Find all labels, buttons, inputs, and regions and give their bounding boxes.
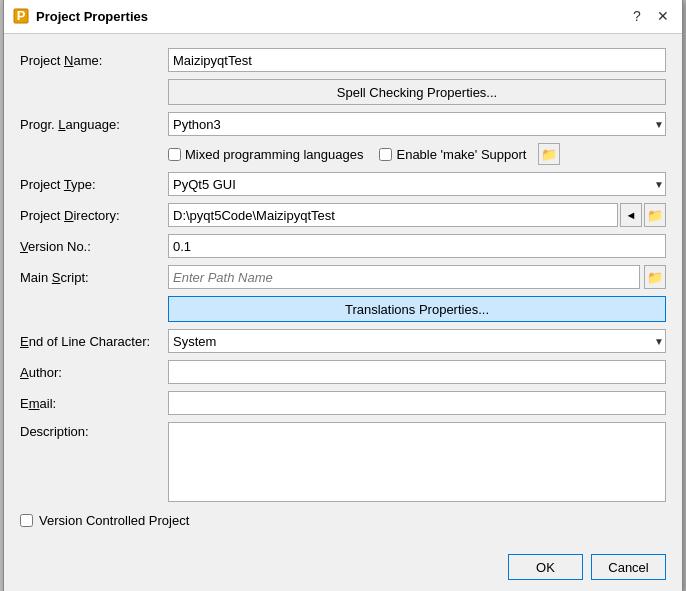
end-of-line-label: End of Line Character: [20, 334, 160, 349]
enable-make-label: Enable 'make' Support [396, 147, 526, 162]
main-script-input-group: 📁 [168, 265, 666, 289]
main-script-label: Main Script: [20, 270, 160, 285]
author-row: Author: [20, 360, 666, 384]
version-no-row: Version No.: [20, 234, 666, 258]
project-type-select[interactable]: PyQt5 GUI PyQt4 GUI Console [168, 172, 666, 196]
project-properties-dialog: P Project Properties ? ✕ Project Name: S… [3, 0, 683, 591]
prog-lang-label: Progr. Language: [20, 117, 160, 132]
make-folder-icon: 📁 [541, 147, 557, 162]
dialog-body: Project Name: Spell Checking Properties.… [4, 34, 682, 542]
version-controlled-label: Version Controlled Project [39, 513, 189, 528]
description-textarea[interactable] [168, 422, 666, 502]
version-no-input[interactable] [168, 234, 666, 258]
mixed-programming-checkbox[interactable] [168, 148, 181, 161]
version-controlled-checkbox[interactable] [20, 514, 33, 527]
spell-check-row: Spell Checking Properties... [20, 79, 666, 105]
help-button[interactable]: ? [626, 5, 648, 27]
svg-text:P: P [17, 8, 26, 23]
project-dir-input[interactable] [168, 203, 618, 227]
project-dir-row: Project Directory: ◄ 📁 [20, 203, 666, 227]
end-of-line-select[interactable]: System Unix Windows Mac [168, 329, 666, 353]
ok-button[interactable]: OK [508, 554, 583, 580]
author-label: Author: [20, 365, 160, 380]
translations-button[interactable]: Translations Properties... [168, 296, 666, 322]
project-name-label: Project Name: [20, 53, 160, 68]
project-dir-input-group: ◄ 📁 [168, 203, 666, 227]
prog-lang-select[interactable]: Python3 Python2 Ruby [168, 112, 666, 136]
spell-check-button[interactable]: Spell Checking Properties... [168, 79, 666, 105]
project-dir-folder-icon: 📁 [647, 208, 663, 223]
version-controlled-row: Version Controlled Project [20, 513, 666, 528]
translations-row: Translations Properties... [20, 296, 666, 322]
cancel-button[interactable]: Cancel [591, 554, 666, 580]
dialog-footer: OK Cancel [4, 546, 682, 591]
mixed-programming-label: Mixed programming languages [185, 147, 363, 162]
prog-lang-row: Progr. Language: Python3 Python2 Ruby ▼ [20, 112, 666, 136]
project-type-select-wrapper: PyQt5 GUI PyQt4 GUI Console ▼ [168, 172, 666, 196]
make-folder-btn[interactable]: 📁 [538, 143, 560, 165]
main-script-row: Main Script: 📁 [20, 265, 666, 289]
version-no-label: Version No.: [20, 239, 160, 254]
enable-make-checkbox-item[interactable]: Enable 'make' Support [379, 147, 526, 162]
dialog-title: Project Properties [36, 9, 626, 24]
end-of-line-select-wrapper: System Unix Windows Mac ▼ [168, 329, 666, 353]
main-script-folder-btn[interactable]: 📁 [644, 265, 666, 289]
enable-make-checkbox[interactable] [379, 148, 392, 161]
project-type-label: Project Type: [20, 177, 160, 192]
main-script-folder-icon: 📁 [647, 270, 663, 285]
project-dir-folder-btn[interactable]: 📁 [644, 203, 666, 227]
description-row: Description: [20, 422, 666, 502]
mixed-programming-checkbox-item[interactable]: Mixed programming languages [168, 147, 363, 162]
project-name-row: Project Name: [20, 48, 666, 72]
close-button[interactable]: ✕ [652, 5, 674, 27]
title-bar-controls: ? ✕ [626, 5, 674, 27]
description-label: Description: [20, 422, 160, 439]
email-input[interactable] [168, 391, 666, 415]
main-script-input[interactable] [168, 265, 640, 289]
prog-lang-select-wrapper: Python3 Python2 Ruby ▼ [168, 112, 666, 136]
mixed-enable-row: Mixed programming languages Enable 'make… [20, 143, 666, 165]
author-input[interactable] [168, 360, 666, 384]
project-dir-label: Project Directory: [20, 208, 160, 223]
project-type-row: Project Type: PyQt5 GUI PyQt4 GUI Consol… [20, 172, 666, 196]
title-bar: P Project Properties ? ✕ [4, 0, 682, 34]
email-row: Email: [20, 391, 666, 415]
project-dir-back-btn[interactable]: ◄ [620, 203, 642, 227]
end-of-line-row: End of Line Character: System Unix Windo… [20, 329, 666, 353]
project-name-input[interactable] [168, 48, 666, 72]
app-icon: P [12, 7, 30, 25]
email-label: Email: [20, 396, 160, 411]
